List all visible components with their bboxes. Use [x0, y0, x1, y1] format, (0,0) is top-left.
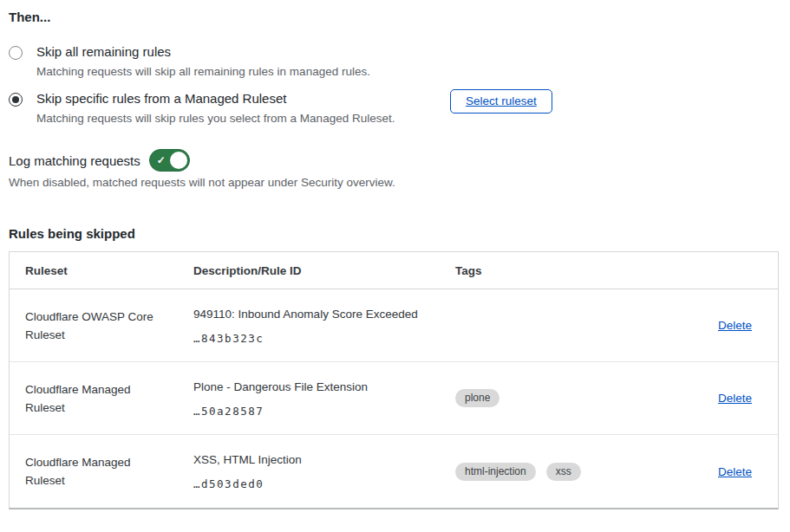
ruleset-name: Cloudflare Managed Ruleset	[10, 380, 193, 417]
rules-being-skipped-title: Rules being skipped	[9, 226, 135, 241]
tag-badge: html-injection	[455, 463, 536, 481]
delete-rule-link[interactable]: Delete	[718, 392, 752, 405]
column-header-description: Description/Rule ID	[193, 264, 455, 277]
radio-skip-specific[interactable]	[9, 93, 23, 107]
delete-rule-link[interactable]: Delete	[718, 319, 752, 332]
check-icon: ✓	[157, 155, 166, 165]
tag-badge: plone	[455, 389, 499, 407]
log-toggle-switch[interactable]: ✓	[149, 149, 190, 172]
rule-id: …50a28587	[193, 405, 438, 418]
rule-id: …d503ded0	[193, 477, 438, 490]
table-row: Cloudflare OWASP Core Ruleset 949110: In…	[10, 289, 778, 362]
waf-rule-config-page: Then... Skip all remaining rules Matchin…	[0, 0, 790, 532]
rule-description: XSS, HTML Injection	[193, 452, 438, 468]
column-header-ruleset: Ruleset	[10, 262, 193, 280]
rule-id: …843b323c	[193, 332, 438, 345]
ruleset-name: Cloudflare OWASP Core Ruleset	[10, 308, 193, 344]
table-row: Cloudflare Managed Ruleset XSS, HTML Inj…	[10, 435, 778, 508]
log-toggle-description: When disabled, matched requests will not…	[9, 176, 395, 189]
option-label: Skip all remaining rules	[36, 43, 370, 61]
radio-skip-all-remaining[interactable]	[9, 46, 23, 60]
ruleset-name: Cloudflare Managed Ruleset	[10, 453, 193, 490]
rule-tags: plone	[455, 389, 646, 407]
option-skip-specific-rules: Skip specific rules from a Managed Rules…	[9, 90, 395, 127]
select-ruleset-button[interactable]: Select ruleset	[450, 89, 552, 114]
rules-being-skipped-table: Ruleset Description/Rule ID Tags Cloudfl…	[9, 251, 779, 509]
option-label: Skip specific rules from a Managed Rules…	[36, 90, 395, 107]
option-description: Matching requests will skip all remainin…	[36, 64, 370, 80]
then-section-title: Then...	[9, 10, 50, 24]
option-skip-all-remaining-rules: Skip all remaining rules Matching reques…	[9, 43, 370, 80]
rule-description: 949110: Inbound Anomaly Score Exceeded	[193, 307, 438, 322]
log-toggle-label: Log matching requests	[9, 153, 140, 168]
column-header-tags: Tags	[455, 264, 646, 277]
toggle-knob	[170, 152, 187, 169]
table-header-row: Ruleset Description/Rule ID Tags	[10, 252, 778, 289]
rule-tags: html-injection xss	[455, 463, 646, 481]
delete-rule-link[interactable]: Delete	[718, 465, 752, 478]
rule-description: Plone - Dangerous File Extension	[193, 380, 438, 395]
log-matching-requests-row: Log matching requests ✓	[9, 149, 190, 172]
table-row: Cloudflare Managed Ruleset Plone - Dange…	[10, 362, 778, 435]
tag-badge: xss	[546, 463, 581, 481]
option-description: Matching requests will skip rules you se…	[36, 111, 395, 127]
